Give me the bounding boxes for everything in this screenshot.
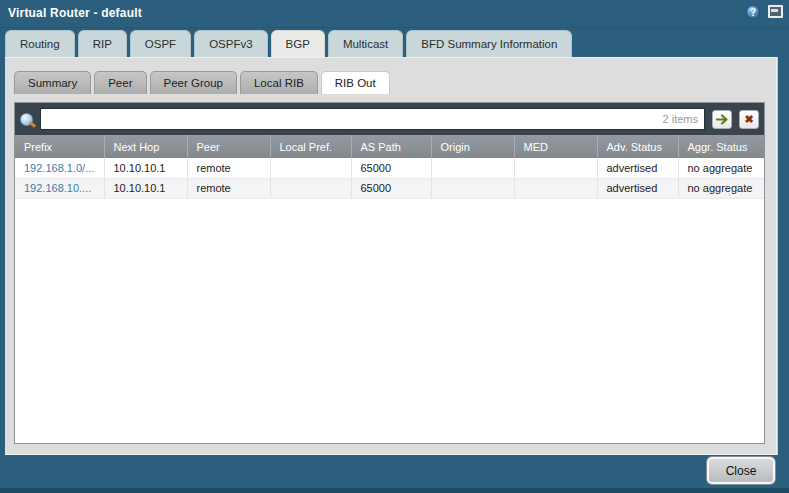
main-tab-bar: Routing RIP OSPF OSPFv3 BGP Multicast BF… xyxy=(5,30,572,57)
col-header-peer[interactable]: Peer xyxy=(187,135,270,158)
filter-toolbar: 2 items ✖ xyxy=(15,103,764,135)
filter-input[interactable] xyxy=(41,109,704,129)
cell-local-pref xyxy=(270,158,351,178)
cell-origin xyxy=(431,158,514,178)
cell-next-hop: 10.10.10.1 xyxy=(104,178,187,198)
col-header-local-pref[interactable]: Local Pref. xyxy=(270,135,351,158)
tab-peer[interactable]: Peer xyxy=(94,71,146,94)
table-row[interactable]: 192.168.10.... 10.10.10.1 remote 65000 a… xyxy=(15,178,764,198)
cell-next-hop: 10.10.10.1 xyxy=(104,158,187,178)
tab-rib-out[interactable]: RIB Out xyxy=(321,71,390,94)
col-header-adv-status[interactable]: Adv. Status xyxy=(597,135,678,158)
tab-local-rib[interactable]: Local RIB xyxy=(240,71,318,94)
table-row[interactable]: 192.168.1.0/... 10.10.10.1 remote 65000 … xyxy=(15,158,764,178)
window-restore-icon-bar xyxy=(771,9,778,12)
col-header-med[interactable]: MED xyxy=(514,135,597,158)
help-icon[interactable]: ? xyxy=(746,5,760,19)
tab-bgp[interactable]: BGP xyxy=(271,30,325,57)
cell-local-pref xyxy=(270,178,351,198)
tab-peer-group[interactable]: Peer Group xyxy=(150,71,237,94)
bgp-panel: Summary Peer Peer Group Local RIB RIB Ou… xyxy=(5,57,778,455)
table-empty-area xyxy=(15,199,764,444)
clear-filter-button[interactable]: ✖ xyxy=(739,110,759,129)
window-restore-icon[interactable] xyxy=(768,5,783,18)
filter-field-wrap: 2 items xyxy=(40,108,705,130)
cell-prefix[interactable]: 192.168.1.0/... xyxy=(15,158,104,178)
cell-origin xyxy=(431,178,514,198)
dialog-title: Virtual Router - default xyxy=(8,6,142,20)
dialog-titlebar: Virtual Router - default ? xyxy=(0,0,789,28)
table-header-row: Prefix Next Hop Peer Local Pref. AS Path… xyxy=(15,135,764,158)
tab-ospf[interactable]: OSPF xyxy=(130,30,191,57)
tab-ospfv3[interactable]: OSPFv3 xyxy=(194,30,267,57)
col-header-next-hop[interactable]: Next Hop xyxy=(104,135,187,158)
arrow-right-icon xyxy=(716,114,729,125)
rib-out-table: Prefix Next Hop Peer Local Pref. AS Path… xyxy=(15,135,764,199)
tab-multicast[interactable]: Multicast xyxy=(328,30,403,57)
cell-med xyxy=(514,178,597,198)
cell-prefix[interactable]: 192.168.10.... xyxy=(15,178,104,198)
sub-tab-bar: Summary Peer Peer Group Local RIB RIB Ou… xyxy=(14,71,390,94)
search-icon xyxy=(20,113,33,126)
col-header-aggr-status[interactable]: Aggr. Status xyxy=(678,135,764,158)
apply-filter-button[interactable] xyxy=(712,110,732,129)
col-header-as-path[interactable]: AS Path xyxy=(351,135,431,158)
cell-as-path: 65000 xyxy=(351,178,431,198)
virtual-router-dialog: Virtual Router - default ? Routing RIP O… xyxy=(0,0,789,493)
tab-routing[interactable]: Routing xyxy=(5,30,75,57)
tab-summary[interactable]: Summary xyxy=(14,71,91,94)
cell-aggr-status: no aggregate xyxy=(678,158,764,178)
search-icon-handle xyxy=(29,121,36,128)
tab-bfd-summary[interactable]: BFD Summary Information xyxy=(406,30,572,57)
close-button[interactable]: Close xyxy=(707,457,775,484)
cell-peer: remote xyxy=(187,178,270,198)
cell-peer: remote xyxy=(187,158,270,178)
col-header-origin[interactable]: Origin xyxy=(431,135,514,158)
cell-adv-status: advertised xyxy=(597,178,678,198)
x-icon: ✖ xyxy=(744,114,753,125)
rib-out-table-container: 2 items ✖ Prefix Nex xyxy=(14,102,765,444)
tab-rip[interactable]: RIP xyxy=(78,30,127,57)
cell-adv-status: advertised xyxy=(597,158,678,178)
bottom-strip xyxy=(0,488,789,493)
cell-med xyxy=(514,158,597,178)
col-header-prefix[interactable]: Prefix xyxy=(15,135,104,158)
cell-aggr-status: no aggregate xyxy=(678,178,764,198)
cell-as-path: 65000 xyxy=(351,158,431,178)
